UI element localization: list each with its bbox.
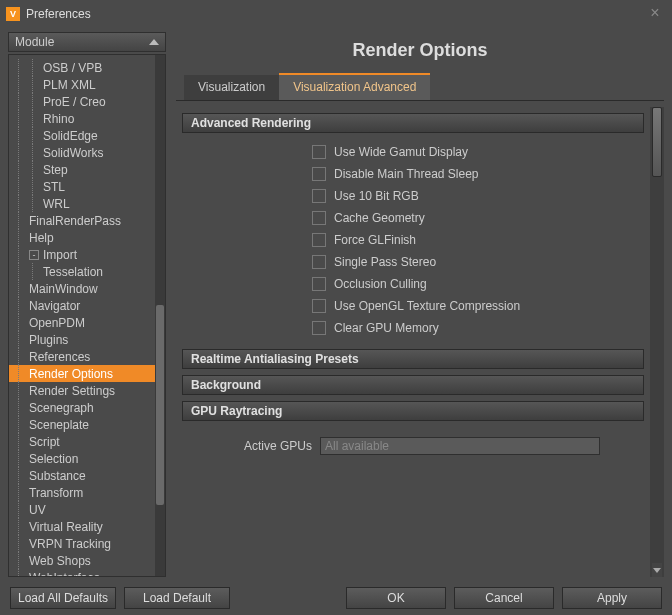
tree-item[interactable]: Substance xyxy=(9,467,155,484)
option-occlusion-culling[interactable]: Occlusion Culling xyxy=(182,273,644,295)
active-gpus-input[interactable] xyxy=(320,437,600,455)
checkbox[interactable] xyxy=(312,233,326,247)
tree-item[interactable]: WebInterface xyxy=(9,569,155,576)
tree-item[interactable]: Render Options xyxy=(9,365,155,382)
module-label: Module xyxy=(15,35,54,49)
tree-item-label: Script xyxy=(29,435,60,449)
load-default-button[interactable]: Load Default xyxy=(124,587,230,609)
checkbox[interactable] xyxy=(312,277,326,291)
tree-item[interactable]: Transform xyxy=(9,484,155,501)
tree-item[interactable]: FinalRenderPass xyxy=(9,212,155,229)
tree-item[interactable]: Virtual Reality xyxy=(9,518,155,535)
option-disable-sleep[interactable]: Disable Main Thread Sleep xyxy=(182,163,644,185)
pane-scrollbar-thumb[interactable] xyxy=(652,107,662,177)
option-cache-geometry[interactable]: Cache Geometry xyxy=(182,207,644,229)
tree-item[interactable]: UV xyxy=(9,501,155,518)
option-wide-gamut[interactable]: Use Wide Gamut Display xyxy=(182,141,644,163)
checkbox[interactable] xyxy=(312,321,326,335)
tree-item-label: Selection xyxy=(29,452,78,466)
tree-toggle-icon[interactable]: - xyxy=(29,250,39,260)
option-single-pass-stereo[interactable]: Single Pass Stereo xyxy=(182,251,644,273)
tree-scrollbar-track[interactable] xyxy=(155,55,165,576)
checkbox[interactable] xyxy=(312,145,326,159)
window-title: Preferences xyxy=(26,7,91,21)
checkbox-label: Force GLFinish xyxy=(334,233,416,247)
tree-item[interactable]: References xyxy=(9,348,155,365)
tree-item[interactable]: Scenegraph xyxy=(9,399,155,416)
panel-title: Render Options xyxy=(176,40,664,61)
section-gpu-raytracing-body: Active GPUs xyxy=(182,427,644,469)
close-icon[interactable]: × xyxy=(646,4,664,22)
tree-item[interactable]: STL xyxy=(9,178,155,195)
section-gpu-raytracing-header[interactable]: GPU Raytracing xyxy=(182,401,644,421)
tree-item-label: PLM XML xyxy=(43,78,96,92)
tab-visualization-advanced[interactable]: Visualization Advanced xyxy=(279,73,430,100)
option-clear-gpu-mem[interactable]: Clear GPU Memory xyxy=(182,317,644,339)
tree-item[interactable]: Rhino xyxy=(9,110,155,127)
tree-item[interactable]: Step xyxy=(9,161,155,178)
checkbox-label: Use 10 Bit RGB xyxy=(334,189,419,203)
tree-item[interactable]: SolidEdge xyxy=(9,127,155,144)
section-background-header[interactable]: Background xyxy=(182,375,644,395)
checkbox-label: Clear GPU Memory xyxy=(334,321,439,335)
tree-item[interactable]: ProE / Creo xyxy=(9,93,155,110)
tree-item-label: SolidEdge xyxy=(43,129,98,143)
checkbox[interactable] xyxy=(312,167,326,181)
tree-item[interactable]: Sceneplate xyxy=(9,416,155,433)
tree-item[interactable]: Selection xyxy=(9,450,155,467)
checkbox[interactable] xyxy=(312,299,326,313)
tree-item-label: Virtual Reality xyxy=(29,520,103,534)
module-dropdown[interactable]: Module xyxy=(8,32,166,52)
tab-visualization[interactable]: Visualization xyxy=(184,75,279,100)
tree-item[interactable]: Help xyxy=(9,229,155,246)
tree-scrollbar-thumb[interactable] xyxy=(156,305,164,505)
tree-item-label: Substance xyxy=(29,469,86,483)
tree-item-label: OSB / VPB xyxy=(43,61,102,75)
checkbox-label: Use Wide Gamut Display xyxy=(334,145,468,159)
load-all-defaults-button[interactable]: Load All Defaults xyxy=(10,587,116,609)
tree-item-label: MainWindow xyxy=(29,282,98,296)
footer: Load All Defaults Load Default OK Cancel… xyxy=(0,581,672,615)
tree-item-label: Sceneplate xyxy=(29,418,89,432)
active-gpus-label: Active GPUs xyxy=(242,439,312,453)
tree-item[interactable]: PLM XML xyxy=(9,76,155,93)
checkbox-label: Cache Geometry xyxy=(334,211,425,225)
tree-item[interactable]: OpenPDM xyxy=(9,314,155,331)
checkbox[interactable] xyxy=(312,211,326,225)
ok-button[interactable]: OK xyxy=(346,587,446,609)
tree-item[interactable]: WRL xyxy=(9,195,155,212)
checkbox[interactable] xyxy=(312,189,326,203)
tree-item-label: Plugins xyxy=(29,333,68,347)
section-realtime-aa-header[interactable]: Realtime Antialiasing Presets xyxy=(182,349,644,369)
tree-item-label: Web Shops xyxy=(29,554,91,568)
checkbox[interactable] xyxy=(312,255,326,269)
tree-item[interactable]: Plugins xyxy=(9,331,155,348)
preferences-window: V Preferences × Module OSB / VPBPLM XMLP… xyxy=(0,0,672,615)
tree-item[interactable]: SolidWorks xyxy=(9,144,155,161)
tree-item[interactable]: -Import xyxy=(9,246,155,263)
tree-item-label: Step xyxy=(43,163,68,177)
apply-button[interactable]: Apply xyxy=(562,587,662,609)
section-advanced-rendering-header[interactable]: Advanced Rendering xyxy=(182,113,644,133)
tree-item-label: ProE / Creo xyxy=(43,95,106,109)
pane-wrapper: Advanced Rendering Use Wide Gamut Displa… xyxy=(176,107,664,577)
option-use-10bit[interactable]: Use 10 Bit RGB xyxy=(182,185,644,207)
tree-item-label: STL xyxy=(43,180,65,194)
scroll-down-icon[interactable] xyxy=(652,563,662,577)
pane-scrollbar-track[interactable] xyxy=(650,107,664,577)
option-opengl-tex-comp[interactable]: Use OpenGL Texture Compression xyxy=(182,295,644,317)
tree-item[interactable]: Navigator xyxy=(9,297,155,314)
tree-item[interactable]: MainWindow xyxy=(9,280,155,297)
app-icon: V xyxy=(6,7,20,21)
tree-item[interactable]: VRPN Tracking xyxy=(9,535,155,552)
tree-item[interactable]: Script xyxy=(9,433,155,450)
tree-item[interactable]: OSB / VPB xyxy=(9,59,155,76)
tree-list: OSB / VPBPLM XMLProE / CreoRhinoSolidEdg… xyxy=(9,55,155,576)
cancel-button[interactable]: Cancel xyxy=(454,587,554,609)
tree-item[interactable]: Web Shops xyxy=(9,552,155,569)
tree-item[interactable]: Render Settings xyxy=(9,382,155,399)
tree-item-label: Render Settings xyxy=(29,384,115,398)
option-force-glfinish[interactable]: Force GLFinish xyxy=(182,229,644,251)
checkbox-label: Occlusion Culling xyxy=(334,277,427,291)
tree-item[interactable]: Tesselation xyxy=(9,263,155,280)
